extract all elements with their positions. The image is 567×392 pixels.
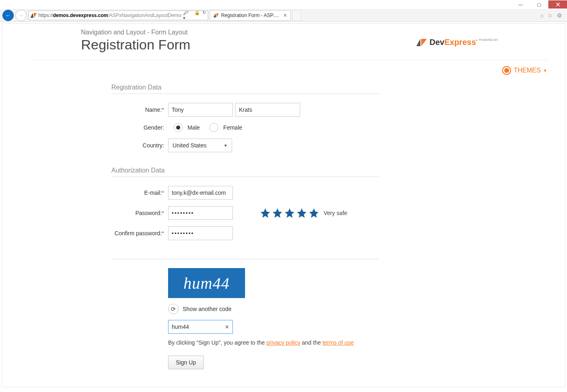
confirm-password-input[interactable] bbox=[168, 226, 233, 240]
nav-forward-button[interactable]: → bbox=[15, 10, 27, 21]
captcha-refresh-label[interactable]: Show another code bbox=[183, 306, 232, 312]
browser-toolbar: ← → https://demos.devexpress.com/ASPxNav… bbox=[0, 9, 567, 22]
lock-icon[interactable]: 🔒 bbox=[194, 10, 200, 21]
star-icon bbox=[284, 207, 295, 219]
search-dropdown-icon[interactable]: 🔎 ▾ bbox=[183, 10, 192, 21]
devexpress-logo[interactable]: DevExpress• POWERED BY bbox=[409, 38, 498, 47]
country-label: Country: bbox=[111, 142, 168, 149]
first-name-input[interactable] bbox=[168, 103, 233, 117]
logo-powered-by: POWERED BY bbox=[479, 38, 498, 41]
logo-wordmark: DevExpress• bbox=[429, 38, 477, 47]
svg-marker-2 bbox=[213, 13, 216, 17]
gender-male-radio[interactable] bbox=[174, 123, 183, 132]
window-minimize-button[interactable]: — bbox=[511, 0, 530, 9]
window-close-button[interactable]: ✕ bbox=[548, 0, 567, 9]
section-authorization-title: Authorization Data bbox=[111, 167, 379, 174]
svg-marker-0 bbox=[30, 13, 34, 18]
password-strength-stars: Very safe bbox=[260, 207, 347, 219]
password-input[interactable] bbox=[168, 206, 233, 220]
last-name-input[interactable] bbox=[235, 103, 300, 117]
captcha-refresh-button[interactable]: ⟳ bbox=[168, 304, 179, 314]
password-strength-text: Very safe bbox=[324, 210, 347, 216]
refresh-icon[interactable]: ↻ bbox=[202, 10, 206, 21]
logo-mark-icon bbox=[416, 39, 427, 46]
star-icon bbox=[272, 207, 283, 219]
themes-label: THEMES bbox=[514, 67, 541, 74]
star-icon bbox=[308, 207, 320, 219]
svg-marker-1 bbox=[34, 13, 37, 18]
address-url: https://demos.devexpress.com/ASPxNavigat… bbox=[38, 13, 181, 18]
chevron-down-icon: ▼ bbox=[543, 68, 547, 73]
tab-favicon-icon bbox=[213, 13, 219, 18]
tab-title: Registration Form - ASP.NE... bbox=[221, 13, 281, 18]
browser-tab[interactable]: Registration Form - ASP.NE... ✕ bbox=[210, 10, 291, 21]
section-separator bbox=[111, 259, 379, 259]
gender-male-label: Male bbox=[188, 124, 200, 131]
terms-of-use-link[interactable]: terms of use bbox=[322, 339, 354, 346]
input-clear-icon[interactable]: ✕ bbox=[225, 324, 229, 330]
section-separator bbox=[111, 177, 379, 177]
agreement-text: By clicking "Sign Up", you agree to the … bbox=[168, 339, 379, 346]
tab-close-icon[interactable]: ✕ bbox=[283, 13, 287, 18]
gender-female-radio[interactable] bbox=[209, 123, 218, 132]
svg-marker-3 bbox=[216, 13, 219, 17]
star-icon bbox=[296, 207, 307, 219]
country-select[interactable]: United States ▼ bbox=[168, 138, 232, 152]
captcha-image: hum44 bbox=[168, 268, 245, 298]
address-controls: 🔎 ▾ 🔒 ↻ bbox=[183, 10, 206, 21]
confirm-password-label: Confirm password:* bbox=[111, 230, 168, 236]
window-titlebar: — ▢ ✕ bbox=[0, 0, 567, 9]
nav-back-button[interactable]: ← bbox=[2, 10, 14, 21]
chevron-down-icon: ▼ bbox=[224, 143, 228, 148]
home-icon[interactable]: ⌂ bbox=[540, 12, 544, 19]
favorites-icon[interactable]: ☆ bbox=[548, 12, 553, 19]
sign-up-button[interactable]: Sign Up bbox=[168, 356, 204, 369]
themes-orb-icon bbox=[502, 66, 511, 75]
email-label: E-mail:* bbox=[111, 190, 168, 196]
privacy-policy-link[interactable]: privacy policy bbox=[266, 339, 301, 346]
themes-picker[interactable]: THEMES ▼ bbox=[2, 60, 565, 75]
captcha-input[interactable]: hum44 ✕ bbox=[168, 320, 233, 334]
section-separator bbox=[111, 94, 379, 94]
password-label: Password:* bbox=[111, 210, 168, 216]
gender-female-label: Female bbox=[223, 124, 242, 131]
page-title: Registration Form bbox=[81, 37, 409, 53]
breadcrumb: Navigation and Layout - Form Layout bbox=[81, 29, 409, 36]
captcha-input-value: hum44 bbox=[172, 324, 189, 330]
site-favicon-icon bbox=[30, 12, 37, 19]
email-input[interactable] bbox=[168, 186, 233, 200]
new-tab-button[interactable] bbox=[292, 10, 301, 21]
gender-label: Gender: bbox=[111, 124, 168, 131]
address-bar[interactable]: https://demos.devexpress.com/ASPxNavigat… bbox=[28, 11, 208, 20]
window-maximize-button[interactable]: ▢ bbox=[530, 0, 548, 9]
section-registration-title: Registration Data bbox=[111, 84, 379, 91]
country-value: United States bbox=[173, 142, 207, 149]
tools-icon[interactable]: ⚙ bbox=[557, 12, 562, 19]
name-label: Name:* bbox=[111, 107, 168, 113]
star-icon bbox=[260, 207, 271, 219]
